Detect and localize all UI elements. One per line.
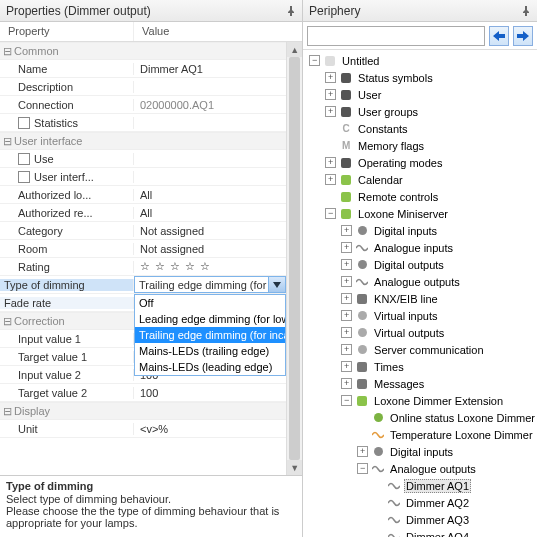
checkbox-statistics[interactable] [18,117,30,129]
temperature-icon [371,428,385,442]
collapse-icon[interactable]: − [309,55,320,66]
expand-icon[interactable]: + [341,344,352,355]
nav-back-button[interactable] [489,26,509,46]
row-statistics[interactable]: Statistics [0,114,286,132]
tree-node-aq3[interactable]: Dimmer AQ3 [303,511,537,528]
expand-icon[interactable]: + [325,106,336,117]
tree-node-ugroups[interactable]: +User groups [303,103,537,120]
expand-icon[interactable]: + [341,225,352,236]
spacer [373,497,384,508]
periphery-select[interactable] [307,26,485,46]
tree-node-lde[interactable]: −Loxone Dimmer Extension [303,392,537,409]
tree-node-rem[interactable]: Remote controls [303,188,537,205]
row-name[interactable]: NameDimmer AQ1 [0,60,286,78]
row-type-of-dimming[interactable]: Type of dimming Trailing edge dimming (f… [0,276,286,294]
tree-node-knx[interactable]: +KNX/EIB line [303,290,537,307]
tree-node-status[interactable]: +Status symbols [303,69,537,86]
expand-icon[interactable]: + [341,378,352,389]
row-authre[interactable]: Authorized re...All [0,204,286,222]
scroll-up-icon[interactable]: ▲ [287,42,302,57]
expand-icon[interactable]: + [357,446,368,457]
tree-node-ai[interactable]: +Analogue inputs [303,239,537,256]
tree-node-opm[interactable]: +Operating modes [303,154,537,171]
expand-icon[interactable]: + [341,310,352,321]
tree-node-vi[interactable]: +Virtual inputs [303,307,537,324]
periphery-panel: Periphery −Untitled+Status symbols+User+… [303,0,537,537]
group-ui[interactable]: ⊟User interface [0,132,286,150]
collapse-icon[interactable]: − [325,208,336,219]
tree-node-msg[interactable]: +Messages [303,375,537,392]
expand-icon[interactable]: + [325,72,336,83]
row-description[interactable]: Description [0,78,286,96]
tree-node-ao2[interactable]: −Analogue outputs [303,460,537,477]
collapse-icon[interactable]: ⊟ [0,45,14,58]
expand-icon[interactable]: + [341,259,352,270]
option-leading[interactable]: Leading edge dimming (for low vo [135,311,285,327]
row-tv2[interactable]: Target value 2100 [0,384,286,402]
dropdown-button[interactable] [268,277,285,292]
expand-icon[interactable]: + [341,327,352,338]
option-led-trail[interactable]: Mains-LEDs (trailing edge) [135,343,285,359]
collapse-icon[interactable]: ⊟ [0,315,14,328]
properties-title: Properties (Dimmer output) [6,4,151,18]
tree-node-vo[interactable]: +Virtual outputs [303,324,537,341]
tree-node-sc[interactable]: +Server communication [303,341,537,358]
tree-node-onl[interactable]: Online status Loxone Dimmer [303,409,537,426]
type-dropdown-list[interactable]: Off Leading edge dimming (for low vo Tra… [134,294,286,376]
tree-node-untitled[interactable]: −Untitled [303,52,537,69]
row-use[interactable]: Use [0,150,286,168]
expand-icon[interactable]: + [325,157,336,168]
row-userif[interactable]: User interf... [0,168,286,186]
expand-icon[interactable]: + [325,174,336,185]
analogue-icon [387,530,401,538]
tree-node-ao[interactable]: +Analogue outputs [303,273,537,290]
tree-label: Dimmer AQ1 [404,479,471,493]
option-trailing[interactable]: Trailing edge dimming (for incand [135,327,285,343]
option-off[interactable]: Off [135,295,285,311]
row-fade-rate[interactable]: Fade rate Off Leading edge dimming (for … [0,294,286,312]
tree-node-di[interactable]: +Digital inputs [303,222,537,239]
row-unit[interactable]: Unit<v>% [0,420,286,438]
digital-icon [355,309,369,323]
nav-forward-button[interactable] [513,26,533,46]
tree-node-user[interactable]: +User [303,86,537,103]
tree-node-aq1[interactable]: Dimmer AQ1 [303,477,537,494]
pin-icon[interactable] [521,6,531,16]
expand-icon[interactable]: + [325,89,336,100]
group-common[interactable]: ⊟Common [0,42,286,60]
row-rating[interactable]: Rating☆ ☆ ☆ ☆ ☆ [0,258,286,276]
tree-node-di2[interactable]: +Digital inputs [303,443,537,460]
collapse-icon[interactable]: − [357,463,368,474]
collapse-icon[interactable]: − [341,395,352,406]
tree-node-aq2[interactable]: Dimmer AQ2 [303,494,537,511]
row-category[interactable]: CategoryNot assigned [0,222,286,240]
expand-icon[interactable]: + [341,293,352,304]
tree-node-tm[interactable]: +Times [303,358,537,375]
checkbox-userif[interactable] [18,171,30,183]
row-authlo[interactable]: Authorized lo...All [0,186,286,204]
collapse-icon[interactable]: ⊟ [0,135,14,148]
tree-node-do[interactable]: +Digital outputs [303,256,537,273]
expand-icon[interactable]: + [341,242,352,253]
row-connection[interactable]: Connection02000000.AQ1 [0,96,286,114]
pin-icon[interactable] [286,6,296,16]
tree-node-mem[interactable]: MMemory flags [303,137,537,154]
expand-icon[interactable]: + [341,361,352,372]
type-of-dimming-combo[interactable]: Trailing edge dimming (for inc [134,276,286,293]
tree-node-cal[interactable]: +Calendar [303,171,537,188]
tree-label: Calendar [356,174,405,186]
scrollbar[interactable]: ▲ ▼ [286,42,302,475]
option-led-lead[interactable]: Mains-LEDs (leading edge) [135,359,285,375]
tree-node-tmp[interactable]: Temperature Loxone Dimmer [303,426,537,443]
analogue-icon [387,513,401,527]
scroll-down-icon[interactable]: ▼ [287,460,302,475]
collapse-icon[interactable]: ⊟ [0,405,14,418]
tree-node-aq4[interactable]: Dimmer AQ4 [303,528,537,537]
checkbox-use[interactable] [18,153,30,165]
scroll-thumb[interactable] [289,57,300,460]
group-display[interactable]: ⊟Display [0,402,286,420]
row-room[interactable]: RoomNot assigned [0,240,286,258]
tree-node-ms[interactable]: −Loxone Miniserver [303,205,537,222]
tree-node-const[interactable]: CConstants [303,120,537,137]
expand-icon[interactable]: + [341,276,352,287]
